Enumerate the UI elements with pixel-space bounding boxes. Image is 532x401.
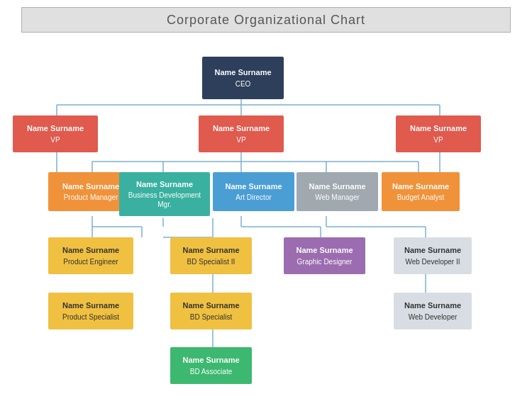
wd1-node: Name Surname Web Developer: [394, 293, 472, 329]
ba-node: Name Surname Budget Analyst: [382, 172, 460, 211]
bdm-node: Name Surname Business Development Mgr.: [119, 172, 210, 216]
bd1-node: Name Surname BD Specialist: [170, 293, 252, 329]
bd2-node: Name Surname BD Specialist II: [170, 237, 252, 274]
ad-node: Name Surname Art Director: [213, 172, 294, 211]
bda-node: Name Surname BD Associate: [170, 347, 252, 384]
ps-node: Name Surname Product Specialist: [48, 293, 133, 329]
gd-node: Name Surname Graphic Designer: [284, 237, 365, 274]
chart-title: Corporate Organizational Chart: [21, 7, 511, 33]
wm-node: Name Surname Web Manager: [297, 172, 378, 211]
wd2-node: Name Surname Web Developer II: [394, 237, 472, 274]
vp1-node: Name Surname VP: [13, 115, 98, 152]
pe-node: Name Surname Product Engineer: [48, 237, 133, 274]
ceo-node: Name Surname CEO: [202, 57, 284, 99]
vp2-node: Name Surname VP: [199, 115, 284, 152]
vp3-node: Name Surname VP: [396, 115, 481, 152]
